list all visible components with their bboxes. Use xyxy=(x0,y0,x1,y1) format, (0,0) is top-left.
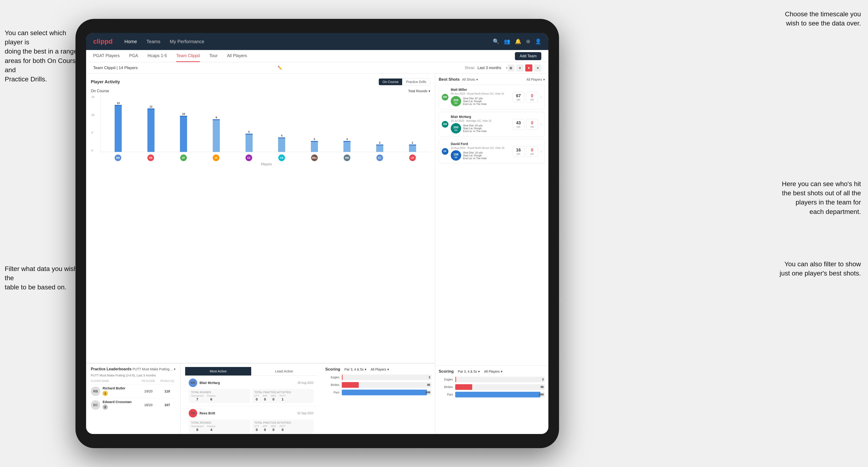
best-shots-panel: Best Shots All Shots ▾ All Players ▾ MM xyxy=(435,73,549,366)
putt-col-1: PUTT 1 xyxy=(280,395,286,401)
all-shots-filter[interactable]: All Shots ▾ xyxy=(462,77,478,81)
birdies-label: Birdies xyxy=(325,383,339,386)
bar-group-m.miller: 3 xyxy=(332,138,363,152)
bar-r.britt[interactable] xyxy=(148,108,154,152)
list-icon[interactable]: ≡ xyxy=(516,64,523,71)
scoring-right-filter-1[interactable]: Par 3, 4 & 5s ▾ xyxy=(458,370,480,373)
shot-2-player-info: Blair McHarg 23 Jul 2023 · Ashridge GC, … xyxy=(451,115,510,133)
tab-most-active[interactable]: Most Active xyxy=(185,367,251,375)
tab-pgat-players[interactable]: PGAT Players xyxy=(93,50,120,62)
player-1-rank-badge: 1 xyxy=(102,391,108,396)
total-rounds-label-2: Total Rounds xyxy=(191,421,248,424)
bar-e.crossman[interactable] xyxy=(376,145,383,152)
player-2-score: 18/20 xyxy=(140,403,157,407)
eagles-row: Eagles 3 xyxy=(325,375,431,380)
scoring-chart: Eagles 3 Birdies 96 xyxy=(325,375,431,395)
player-activity-section: Player Activity On Course Practice Drill… xyxy=(86,73,435,363)
settings-icon[interactable]: ⊕ xyxy=(526,38,530,44)
edit-team-icon[interactable]: ✏️ xyxy=(278,66,282,70)
shot-2-badge: 200 SG xyxy=(451,123,461,133)
bar-d.ford[interactable] xyxy=(180,116,187,152)
eagles-right-value: 3 xyxy=(542,378,544,381)
scoring-right-chart: Eagles 3 Birdies 96 xyxy=(439,377,545,398)
eagles-bar-container: 3 xyxy=(342,375,431,380)
tab-least-active[interactable]: Least Active xyxy=(251,367,317,375)
shot-1-stats: 67 yds 0 yds xyxy=(513,92,538,102)
nav-home[interactable]: Home xyxy=(124,39,137,44)
tab-on-course[interactable]: On Course xyxy=(379,79,402,85)
eagles-right-bar xyxy=(455,377,456,382)
bar-group-e.crossman: 2 xyxy=(365,141,395,152)
shot-2-second-stat: 0 yds xyxy=(526,119,538,130)
eagles-label: Eagles xyxy=(325,376,339,379)
best-shots-header: Best Shots All Shots ▾ All Players ▾ xyxy=(439,77,545,82)
grid-icon[interactable]: ⊞ xyxy=(507,64,515,71)
scoring-filter-2-caret: ▾ xyxy=(387,368,389,371)
bar-l.robertson[interactable] xyxy=(409,145,416,152)
birdies-right-value: 96 xyxy=(540,385,544,389)
tab-hcaps[interactable]: Hcaps 1-5 xyxy=(148,50,167,62)
show-value[interactable]: Last 3 months xyxy=(478,66,501,70)
table-icon[interactable]: ≡ xyxy=(534,64,541,71)
tab-tour[interactable]: Tour xyxy=(209,50,217,62)
player-2-avg: 107 xyxy=(159,403,176,407)
bottom-row: Practice Leaderboards PUTT Must Make Put… xyxy=(86,363,435,434)
nav-logo: clippd xyxy=(93,38,113,45)
bar-r.butler[interactable] xyxy=(311,141,318,152)
tab-pga[interactable]: PGA xyxy=(129,50,138,62)
shot-2-dist-info: Shot Dist: 43 ydsStart Lie: RoughEnd Lie… xyxy=(463,124,487,132)
app-col-1: APP 0 xyxy=(263,395,268,401)
tab-all-players[interactable]: All Players xyxy=(227,50,247,62)
total-practice-section-1: Total Practice Activities GTT 0 APP xyxy=(252,389,314,403)
tab-practice-drills[interactable]: Practice Drills xyxy=(402,79,430,85)
activity-player-1-name: Blair McHarg xyxy=(199,381,298,385)
total-rounds-dropdown[interactable]: Total Rounds ▾ xyxy=(408,89,430,93)
pars-row: Pars 499 xyxy=(325,390,431,395)
card-icon[interactable]: ♥ xyxy=(525,64,532,71)
shot-2-chevron-icon[interactable]: › xyxy=(540,122,542,127)
activity-subsection-header: On Course Total Rounds ▾ xyxy=(91,89,430,93)
nav-teams[interactable]: Teams xyxy=(147,39,160,44)
scoring-filter-1[interactable]: Par 3, 4 & 5s ▾ xyxy=(344,368,366,371)
practice-col-1: Practice 6 xyxy=(207,395,216,401)
arg-col-1: ARG 0 xyxy=(271,395,276,401)
player-1-name: Richard Butler xyxy=(102,386,138,390)
shot-3-player-detail: 24 Aug 2023 · Royal North Devon GC, Hole… xyxy=(451,147,510,149)
team-header: Team Clippd | 14 Players ✏️ Show: Last 3… xyxy=(86,62,549,73)
user-avatar-icon[interactable]: 👤 xyxy=(535,38,541,44)
bar-j.coles[interactable] xyxy=(213,119,220,152)
scoring-filter-2[interactable]: All Players ▾ xyxy=(371,368,389,371)
bar-e.ebert[interactable] xyxy=(246,134,253,152)
bell-icon[interactable]: 🔔 xyxy=(515,38,521,44)
player-2-name: Edward Crossman xyxy=(102,400,138,404)
bar-b.mcharg[interactable] xyxy=(115,105,122,152)
shot-2-dist-stat: 43 yds xyxy=(513,119,524,130)
shot-3-dist-info: Shot Dist: 16 ydsStart Lie: RoughEnd Lie… xyxy=(463,151,487,160)
practice-col-2: Practice 4 xyxy=(207,425,216,432)
shot-2-stats: 43 yds 0 yds xyxy=(513,119,538,130)
nav-my-performance[interactable]: My Performance xyxy=(170,39,205,44)
users-icon[interactable]: 👥 xyxy=(504,38,510,44)
tab-team-clippd[interactable]: Team Clippd xyxy=(176,50,200,62)
shot-card-1: MM Matt Miller 09 Jun 2023 · Royal North… xyxy=(439,85,545,110)
scoring-right-panel: Scoring Par 3, 4 & 5s ▾ All Players ▾ Ea… xyxy=(435,366,549,434)
pars-value: 499 xyxy=(426,391,430,394)
player-avatar-b.mcharg: BM xyxy=(102,154,133,161)
practice-filter-dropdown[interactable]: PUTT Must Make Putting… ▾ xyxy=(132,367,176,371)
chart-area: 15 10 5 0 1312109543322 BMRBDFJCEEGBRBuM… xyxy=(91,96,430,358)
total-practice-label-2: Total Practice Activities xyxy=(254,421,311,424)
shot-1-dist-stat: 67 yds xyxy=(513,92,524,102)
bar-g.billingham[interactable] xyxy=(278,137,285,152)
pars-bar xyxy=(342,390,427,395)
bar-chart: 15 10 5 0 1312109543322 xyxy=(100,96,430,152)
search-icon[interactable]: 🔍 xyxy=(493,38,499,44)
bar-m.miller[interactable] xyxy=(343,141,350,152)
add-team-button[interactable]: Add Team xyxy=(515,52,541,60)
eagles-right-label: Eagles xyxy=(439,378,453,381)
all-players-filter[interactable]: All Players ▾ xyxy=(526,77,545,81)
shot-1-chevron-icon[interactable]: › xyxy=(540,95,542,99)
activity-player-row-1: BM Blair McHarg 26 Aug 2023 xyxy=(189,379,313,387)
shot-3-badge: 198 SG xyxy=(451,150,461,161)
scoring-right-filter-2[interactable]: All Players ▾ xyxy=(484,370,502,373)
shot-3-chevron-icon[interactable]: › xyxy=(540,149,542,154)
